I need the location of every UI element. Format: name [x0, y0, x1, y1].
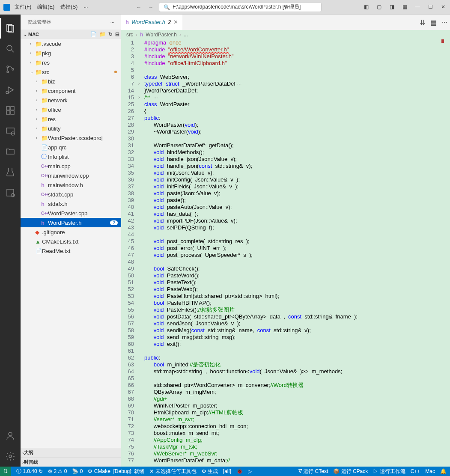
overview-error-marker[interactable]: [441, 39, 444, 43]
activity-account-icon[interactable]: [0, 425, 21, 446]
activity-scm-icon[interactable]: [0, 59, 21, 80]
window-maximize-icon[interactable]: ☐: [427, 4, 434, 11]
tree-item-app-qrc[interactable]: 📄app.qrc: [21, 143, 121, 152]
remote-indicator[interactable]: ⇅: [0, 467, 11, 476]
activity-project-icon[interactable]: [0, 182, 21, 203]
tree-item--gitignore[interactable]: ◆.gitignore: [21, 227, 121, 237]
activity-extensions-icon[interactable]: [0, 100, 21, 121]
activity-search-icon[interactable]: [0, 39, 21, 59]
editor-more-icon[interactable]: ···: [442, 18, 447, 27]
editor-tab[interactable]: h WordPaster.h 2 ✕: [121, 15, 182, 30]
command-center[interactable]: 🔍 F:\apps\wordpaster\code\mac\src\WordPa…: [159, 2, 322, 12]
svg-rect-10: [6, 111, 10, 114]
status-cpack[interactable]: 📦 运行 CPack: [333, 468, 368, 475]
tab-filename: WordPaster.h: [131, 19, 165, 25]
titlebar: 文件(F) 编辑(E) 选择(S) ··· ← → 🔍 F:\apps\word…: [0, 0, 450, 15]
tree-item-CMakeLists-txt[interactable]: ▲CMakeLists.txt: [21, 237, 121, 246]
activity-remote-icon[interactable]: [0, 121, 21, 141]
status-bar: ⇅ ⓘ 1.0.40 ↻ ⊗ 2 ⚠ 0 📡 0 ⚙ CMake: [Debug…: [0, 467, 450, 476]
tree-item-office[interactable]: ›📁office: [21, 105, 121, 114]
menu-more[interactable]: ···: [83, 4, 88, 10]
tree-item--vscode[interactable]: ›📁.vscode: [21, 39, 121, 48]
tree-item-utility[interactable]: ›📁utility: [21, 124, 121, 133]
layout-sidebar-right-icon[interactable]: ◨: [388, 4, 395, 11]
tab-problems-count: 2: [168, 19, 171, 25]
tree-item-stdafx-cpp[interactable]: C++stdafx.cpp: [21, 190, 121, 199]
svg-rect-11: [11, 111, 14, 114]
breadcrumb-segment[interactable]: WordPaster.h: [146, 32, 176, 38]
svg-point-17: [9, 432, 12, 436]
layout-sidebar-left-icon[interactable]: ◧: [363, 4, 370, 11]
status-workflow[interactable]: ▷ 运行工作流: [373, 468, 405, 475]
tree-item-biz[interactable]: ›📁biz: [21, 77, 121, 86]
tree-item-mainwindow-cpp[interactable]: C++mainwindow.cpp: [21, 171, 121, 180]
status-build[interactable]: ⚙ 生成: [202, 468, 218, 475]
tree-item-Info-plist[interactable]: ⓘInfo.plist: [21, 152, 121, 161]
svg-marker-7: [8, 87, 13, 93]
app-logo: [3, 4, 10, 11]
activity-folder-icon[interactable]: [0, 141, 21, 162]
activity-debug-icon[interactable]: [0, 80, 21, 100]
menu-select[interactable]: 选择(S): [60, 3, 77, 11]
explorer-sidebar: 资源管理器 ··· ⌄ MAC 📄 📁 ↻ ⊟ ›📁.vscode›📁pkg›📁…: [21, 15, 121, 467]
status-debug-icon[interactable]: 🐞: [236, 468, 243, 474]
tree-item-WordPaster-cpp[interactable]: C++WordPaster.cpp: [21, 208, 121, 218]
new-file-icon[interactable]: 📄: [90, 31, 97, 37]
status-platform[interactable]: Mac: [425, 468, 435, 474]
tree-item-ReadMe-txt[interactable]: 📄ReadMe.txt: [21, 246, 121, 256]
svg-point-6: [12, 68, 14, 70]
code-editor[interactable]: 1234567141525262728293031323334353637383…: [121, 39, 450, 467]
tab-close-icon[interactable]: ✕: [173, 19, 178, 25]
status-kit[interactable]: ✕ 未选择任何工具包: [149, 468, 196, 475]
status-run-icon[interactable]: ▷: [248, 468, 252, 474]
svg-rect-12: [11, 107, 14, 110]
new-folder-icon[interactable]: 📁: [99, 31, 106, 37]
activity-settings-icon[interactable]: [0, 446, 21, 467]
layout-panel-icon[interactable]: ▢: [375, 4, 382, 11]
window-minimize-icon[interactable]: —: [414, 4, 421, 11]
status-version[interactable]: ⓘ 1.0.40 ↻: [16, 468, 43, 475]
window-close-icon[interactable]: ✕: [440, 4, 447, 11]
layout-customize-icon[interactable]: ▦: [401, 4, 408, 11]
outline-section[interactable]: ›大纲: [21, 448, 121, 457]
menu-edit[interactable]: 编辑(E): [37, 3, 54, 11]
tree-item-network[interactable]: ›📁network: [21, 95, 121, 105]
breadcrumb-segment[interactable]: ...: [184, 32, 188, 38]
menu-file[interactable]: 文件(F): [15, 3, 31, 11]
tree-item-res[interactable]: ›📁res: [21, 114, 121, 124]
status-ctest[interactable]: ᐁ 运行 CTest: [298, 468, 328, 475]
activity-explorer-icon[interactable]: [0, 18, 21, 39]
tree-item-component[interactable]: ›📁component: [21, 86, 121, 95]
sidebar-title: 资源管理器 ···: [21, 15, 121, 30]
nav-back-icon[interactable]: ←: [135, 4, 143, 10]
status-problems[interactable]: ⊗ 2 ⚠ 0: [48, 468, 67, 474]
status-cmake[interactable]: ⚙ CMake: [Debug]: 就绪: [88, 468, 144, 475]
timeline-section[interactable]: ›时间线: [21, 457, 121, 467]
editor-area: h WordPaster.h 2 ✕ ⇊ ▤ ··· src › h WordP…: [121, 15, 450, 467]
breadcrumb-segment[interactable]: src: [126, 32, 133, 38]
refresh-icon[interactable]: ↻: [108, 31, 113, 37]
tree-item-pkg[interactable]: ›📁pkg: [21, 48, 121, 58]
tree-item-mainwindow-h[interactable]: hmainwindow.h: [21, 180, 121, 190]
activity-testing-icon[interactable]: [0, 162, 21, 182]
workspace-name: MAC: [28, 32, 39, 37]
sidebar-root-section[interactable]: ⌄ MAC 📄 📁 ↻ ⊟: [21, 30, 121, 39]
breadcrumbs[interactable]: src › h WordPaster.h › ...: [121, 30, 450, 39]
collapse-icon[interactable]: ⊟: [115, 31, 119, 37]
tree-item-res[interactable]: ›📁res: [21, 58, 121, 67]
tree-item-WordPaster-h[interactable]: hWordPaster.h2: [21, 218, 121, 227]
compare-icon[interactable]: ⇊: [420, 18, 425, 27]
sidebar-more-icon[interactable]: ···: [110, 20, 114, 25]
status-language[interactable]: C++: [411, 468, 420, 474]
split-editor-icon[interactable]: ▤: [430, 18, 437, 27]
status-target[interactable]: [all]: [223, 468, 231, 474]
tree-item-src[interactable]: ⌄📁src: [21, 67, 121, 77]
status-notifications-icon[interactable]: 🔔: [440, 468, 447, 474]
status-ports[interactable]: 📡 0: [72, 468, 83, 474]
tree-item-WordPaster-xcodeproj[interactable]: ›📁WordPaster.xcodeproj: [21, 133, 121, 143]
tree-item-main-cpp[interactable]: C++main.cpp: [21, 161, 121, 171]
nav-forward-icon[interactable]: →: [147, 4, 155, 10]
editor-tabs: h WordPaster.h 2 ✕ ⇊ ▤ ···: [121, 15, 450, 30]
tree-item-stdafx-h[interactable]: hstdafx.h: [21, 199, 121, 208]
header-file-icon: h: [125, 19, 129, 25]
